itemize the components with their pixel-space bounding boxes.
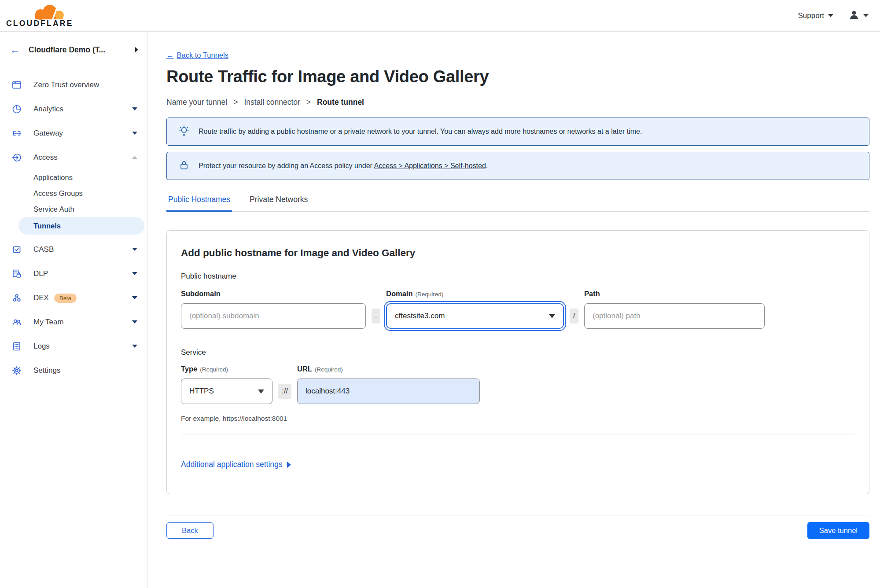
- back-link-label: Back to Tunnels: [177, 51, 228, 59]
- additional-application-settings-link[interactable]: Additional application settings: [181, 460, 291, 469]
- required-hint: (Required): [315, 366, 343, 373]
- tab-public-hostnames[interactable]: Public Hostnames: [166, 195, 232, 212]
- slash-separator: /: [570, 309, 578, 323]
- step-separator: >: [306, 98, 311, 107]
- access-applications-self-hosted-link[interactable]: Access > Applications > Self-hosted: [374, 162, 486, 169]
- gateway-icon: [11, 128, 23, 139]
- route-traffic-info-banner: Route traffic by adding a public hostnam…: [166, 118, 869, 146]
- account-menu[interactable]: [848, 9, 869, 22]
- url-field-group: URL(Required): [297, 365, 480, 404]
- subdomain-field-group: Subdomain: [181, 290, 366, 329]
- cloudflare-logo[interactable]: CLOUDFLARE: [6, 2, 73, 29]
- back-arrow-icon: ←: [166, 51, 174, 59]
- dex-icon: [11, 292, 23, 304]
- subdomain-label: Subdomain: [181, 290, 366, 298]
- sidebar-item-analytics[interactable]: Analytics: [0, 97, 147, 121]
- chevron-down-icon: [132, 296, 137, 299]
- dlp-icon: [11, 268, 23, 279]
- sidebar-item-label: Analytics: [33, 105, 132, 114]
- access-sub-list: Applications Access Groups Service Auth …: [0, 169, 147, 235]
- domain-label: Domain(Required): [386, 290, 564, 298]
- public-hostname-card: Add public hostname for Image and Video …: [166, 230, 869, 494]
- sidebar-item-my-team[interactable]: My Team: [0, 310, 147, 334]
- service-field-row: Type(Required) HTTPS :// URL(Required): [181, 365, 855, 404]
- url-label: URL(Required): [297, 365, 480, 373]
- sidebar-item-label: Logs: [33, 342, 132, 351]
- sidebar-item-label: CASB: [33, 245, 132, 254]
- sidebar-item-settings[interactable]: Settings: [0, 358, 147, 382]
- user-avatar-icon: [848, 9, 860, 22]
- step-route-tunnel: Route tunnel: [317, 98, 364, 107]
- sidebar-item-access[interactable]: Access: [0, 145, 147, 169]
- card-heading: Add public hostname for Image and Video …: [181, 247, 855, 259]
- domain-select-value: cftestsite3.com: [395, 312, 445, 320]
- step-install-connector[interactable]: Install connector: [244, 98, 300, 107]
- step-name-your-tunnel[interactable]: Name your tunnel: [166, 98, 227, 107]
- beta-badge: Beta: [54, 294, 77, 303]
- service-url-input[interactable]: [297, 379, 480, 404]
- chevron-down-icon: [132, 107, 137, 110]
- sidebar-item-logs[interactable]: Logs: [0, 334, 147, 358]
- path-input[interactable]: [584, 303, 765, 329]
- sub-item-label: Service Auth: [33, 205, 74, 213]
- sidebar-item-applications[interactable]: Applications: [0, 169, 147, 185]
- sidebar-item-label: Settings: [33, 366, 137, 375]
- dot-separator: .: [372, 309, 380, 323]
- tab-private-networks[interactable]: Private Networks: [248, 195, 309, 211]
- chevron-down-icon: [132, 248, 137, 251]
- required-hint: (Required): [416, 291, 444, 298]
- account-header[interactable]: ← Cloudflare Demo (T...: [0, 32, 147, 68]
- svg-text:CLOUDFLARE: CLOUDFLARE: [6, 19, 73, 28]
- domain-select[interactable]: cftestsite3.com: [386, 303, 564, 329]
- service-type-select[interactable]: HTTPS: [181, 379, 272, 404]
- logs-icon: [11, 341, 23, 352]
- chevron-down-icon: [132, 345, 137, 348]
- access-policy-banner: Protect your resource by adding an Acces…: [166, 152, 869, 180]
- sidebar-item-zero-trust-overview[interactable]: Zero Trust overview: [0, 73, 147, 97]
- sub-item-label: Access Groups: [33, 189, 83, 198]
- path-label: Path: [584, 290, 765, 298]
- scheme-separator: ://: [278, 384, 291, 399]
- chevron-down-icon: [132, 132, 137, 135]
- chevron-down-icon: [828, 14, 833, 17]
- additional-settings-label: Additional application settings: [181, 460, 283, 469]
- back-arrow-icon[interactable]: ←: [10, 45, 20, 55]
- sidebar-item-label: Gateway: [33, 129, 132, 138]
- chevron-down-icon: [132, 272, 137, 275]
- sidebar-item-dlp[interactable]: DLP: [0, 261, 147, 286]
- banner-text: Protect your resource by adding an Acces…: [199, 162, 488, 170]
- back-to-tunnels-link[interactable]: ← Back to Tunnels: [166, 51, 228, 59]
- footer-divider: [166, 515, 869, 515]
- type-label: Type(Required): [181, 365, 272, 373]
- chevron-down-icon: [132, 320, 137, 323]
- sub-item-label: Applications: [33, 173, 73, 182]
- banner-text: Route traffic by adding a public hostnam…: [199, 128, 642, 136]
- sidebar-nav: Zero Trust overview Analytics Gateway: [0, 68, 147, 387]
- tab-bar: Public Hostnames Private Networks: [166, 195, 869, 212]
- team-icon: [11, 316, 23, 328]
- sidebar-item-casb[interactable]: CASB: [0, 237, 147, 261]
- support-label: Support: [798, 11, 824, 20]
- type-field-group: Type(Required) HTTPS: [181, 365, 272, 404]
- chevron-down-icon: [863, 14, 869, 17]
- analytics-icon: [11, 103, 23, 115]
- public-hostname-label: Public hostname: [181, 272, 855, 281]
- lightbulb-icon: [178, 125, 190, 138]
- back-button[interactable]: Back: [166, 522, 214, 539]
- service-label: Service: [181, 348, 855, 357]
- sidebar-item-label: Access: [33, 153, 132, 162]
- access-icon: [11, 152, 23, 163]
- subdomain-input[interactable]: [181, 303, 366, 329]
- support-menu[interactable]: Support: [798, 11, 833, 20]
- sidebar-item-service-auth[interactable]: Service Auth: [0, 201, 147, 217]
- sidebar-divider: [0, 387, 147, 387]
- sidebar-item-access-groups[interactable]: Access Groups: [0, 185, 147, 201]
- footer-actions: Back Save tunnel: [166, 522, 869, 539]
- save-tunnel-button[interactable]: Save tunnel: [807, 522, 869, 539]
- sidebar-item-tunnels[interactable]: Tunnels: [18, 217, 144, 235]
- sidebar-item-gateway[interactable]: Gateway: [0, 121, 147, 145]
- wizard-steps: Name your tunnel > Install connector > R…: [166, 98, 869, 107]
- sidebar-item-dex[interactable]: DEXBeta: [0, 286, 147, 310]
- sidebar-item-label: DLP: [33, 269, 132, 278]
- casb-icon: [11, 244, 23, 255]
